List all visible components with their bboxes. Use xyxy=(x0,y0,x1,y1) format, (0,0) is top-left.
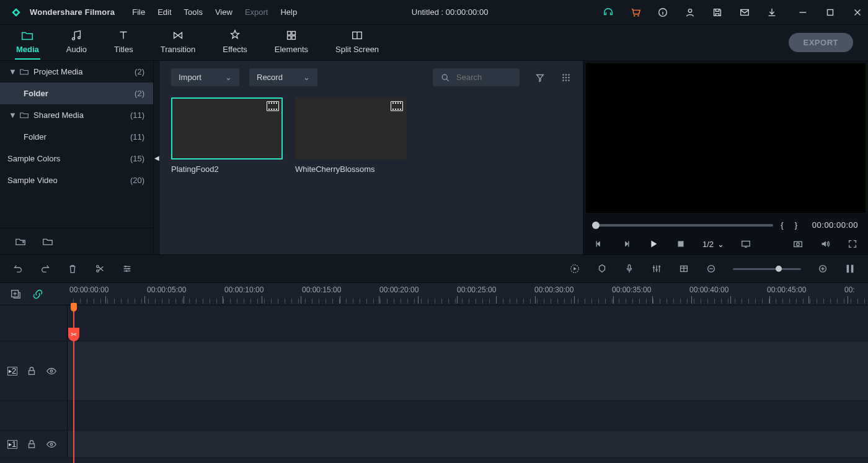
menu-help[interactable]: Help xyxy=(280,7,297,17)
folder-outline-icon[interactable] xyxy=(42,236,53,247)
sidebar-item-label: Shared Media xyxy=(33,110,125,120)
sidebar-item-folder[interactable]: Folder (11) xyxy=(0,126,153,148)
preview-zoom-dropdown[interactable]: 1/2⌄ xyxy=(702,240,724,249)
lock-icon[interactable] xyxy=(26,439,37,450)
media-thumb-whitecherryblossoms[interactable]: WhiteCherryBlossoms xyxy=(295,97,407,174)
cart-icon[interactable] xyxy=(630,7,641,18)
track-badge[interactable]: ▸1 xyxy=(7,440,17,449)
svg-point-51 xyxy=(50,370,53,372)
svg-rect-11 xyxy=(287,32,291,35)
close-icon[interactable] xyxy=(852,7,863,18)
tab-effects[interactable]: Effects xyxy=(221,26,249,59)
voiceover-icon[interactable] xyxy=(624,263,635,274)
sidebar-item-count: (11) xyxy=(130,132,144,142)
snapshot-icon[interactable] xyxy=(792,238,804,249)
support-icon[interactable] xyxy=(603,7,614,18)
adjust-icon[interactable] xyxy=(122,263,133,274)
export-button[interactable]: EXPORT xyxy=(789,33,853,52)
tab-split-screen[interactable]: Split Screen xyxy=(334,26,380,59)
svg-point-27 xyxy=(568,79,569,81)
svg-point-25 xyxy=(562,79,564,81)
track-video-2[interactable]: ▸2 xyxy=(0,341,868,401)
media-thumb-platingfood2[interactable]: PlatingFood2 xyxy=(171,97,283,174)
link-icon[interactable] xyxy=(32,289,43,300)
redo-icon[interactable] xyxy=(40,263,51,274)
step-forward-icon[interactable] xyxy=(621,238,632,249)
new-folder-icon[interactable] xyxy=(15,236,26,247)
search-field[interactable] xyxy=(433,68,520,86)
menu-view[interactable]: View xyxy=(215,7,232,17)
crop-icon[interactable] xyxy=(678,263,689,274)
play-icon[interactable] xyxy=(648,238,659,249)
record-dropdown[interactable]: Record ⌄ xyxy=(249,68,317,86)
eye-icon[interactable] xyxy=(46,439,57,450)
svg-point-34 xyxy=(97,266,99,268)
menu-file[interactable]: File xyxy=(132,7,145,17)
tab-media[interactable]: Media xyxy=(15,26,40,59)
search-icon xyxy=(440,73,450,83)
transition-icon xyxy=(171,29,185,42)
sidebar-item-sample-video[interactable]: Sample Video (20) xyxy=(0,169,153,191)
menu-tools[interactable]: Tools xyxy=(184,7,203,17)
svg-rect-48 xyxy=(851,265,854,273)
fit-timeline-icon[interactable] xyxy=(844,263,856,274)
step-back-icon[interactable] xyxy=(593,238,604,249)
menu-edit[interactable]: Edit xyxy=(157,7,171,17)
mail-icon[interactable] xyxy=(739,7,750,18)
download-icon[interactable] xyxy=(766,7,777,18)
tab-transition[interactable]: Transition xyxy=(159,26,197,59)
minimize-icon[interactable] xyxy=(797,7,808,18)
svg-rect-40 xyxy=(628,265,631,269)
maximize-icon[interactable] xyxy=(825,7,836,18)
preview-seek-slider[interactable] xyxy=(593,224,773,227)
tab-titles[interactable]: Titles xyxy=(113,26,135,59)
svg-point-22 xyxy=(562,76,564,78)
zoom-out-icon[interactable] xyxy=(706,263,717,274)
sidebar-footer xyxy=(0,228,153,254)
undo-icon[interactable] xyxy=(12,263,24,274)
add-track-icon[interactable] xyxy=(10,289,21,300)
sidebar-item-label: Folder xyxy=(24,132,125,142)
stop-icon[interactable] xyxy=(675,238,686,249)
mark-out-icon[interactable]: } xyxy=(795,220,797,230)
delete-icon[interactable] xyxy=(67,263,78,274)
split-icon[interactable] xyxy=(94,263,105,274)
chevron-down-icon: ▼ xyxy=(9,67,15,76)
search-input[interactable] xyxy=(455,72,505,83)
svg-point-26 xyxy=(565,79,567,81)
svg-point-37 xyxy=(128,268,130,270)
marker-icon[interactable] xyxy=(596,263,608,274)
sidebar-item-folder-selected[interactable]: Folder (2) xyxy=(0,83,153,104)
save-icon[interactable] xyxy=(712,7,723,18)
volume-icon[interactable] xyxy=(820,238,831,249)
lock-icon[interactable] xyxy=(26,366,37,377)
svg-rect-6 xyxy=(741,9,749,15)
render-icon[interactable] xyxy=(569,263,580,274)
sidebar-item-shared-media[interactable]: ▼ Shared Media (11) xyxy=(0,104,153,126)
fullscreen-icon[interactable] xyxy=(847,238,858,249)
sidebar-item-sample-colors[interactable]: Sample Colors (15) xyxy=(0,148,153,169)
eye-icon[interactable] xyxy=(46,366,57,377)
info-icon[interactable] xyxy=(657,7,668,18)
display-icon[interactable] xyxy=(740,238,751,249)
tab-audio[interactable]: Audio xyxy=(65,26,88,59)
grid-view-icon[interactable] xyxy=(560,72,572,83)
filter-icon[interactable] xyxy=(534,72,546,83)
timeline-ruler[interactable]: 00:00:00:00 00:00:05:00 00:00:10:00 00:0… xyxy=(67,283,868,305)
track-head: ▸2 xyxy=(0,366,67,377)
sidebar-collapse-handle[interactable]: ◀ xyxy=(154,61,160,254)
track-body[interactable] xyxy=(67,341,868,400)
timeline-zoom-slider[interactable] xyxy=(733,268,801,270)
import-dropdown[interactable]: Import ⌄ xyxy=(171,68,239,86)
mark-in-icon[interactable]: { xyxy=(781,220,783,230)
preview-viewport[interactable] xyxy=(586,63,866,213)
svg-rect-52 xyxy=(29,444,35,447)
track-body[interactable] xyxy=(67,431,868,457)
sidebar-item-project-media[interactable]: ▼ Project Media (2) xyxy=(0,61,153,83)
zoom-in-icon[interactable] xyxy=(817,263,828,274)
account-icon[interactable] xyxy=(684,7,696,18)
track-video-1[interactable]: ▸1 xyxy=(0,431,868,458)
track-badge[interactable]: ▸2 xyxy=(7,367,17,375)
audio-mixer-icon[interactable] xyxy=(651,263,662,274)
tab-elements[interactable]: Elements xyxy=(273,26,309,59)
